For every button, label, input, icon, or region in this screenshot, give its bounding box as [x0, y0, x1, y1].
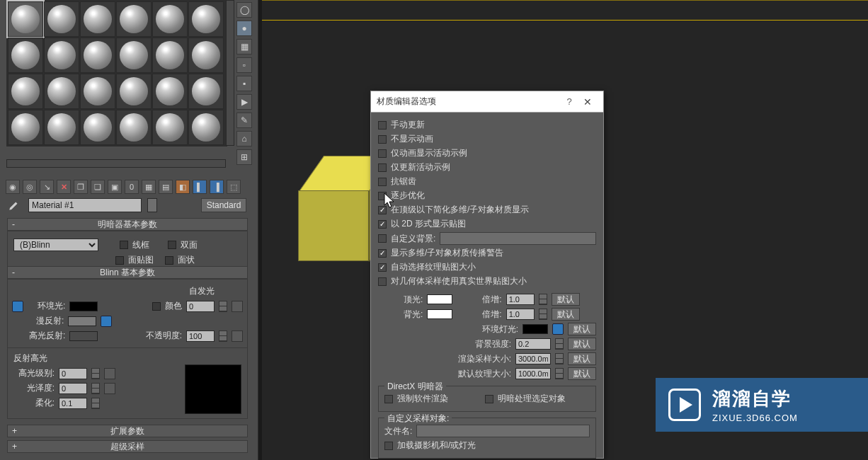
sample-slot[interactable] [44, 1, 79, 37]
rollout-header[interactable]: -Blinn 基本参数 [7, 266, 248, 279]
backlight-icon[interactable]: ● [236, 21, 252, 36]
twosided-checkbox[interactable] [168, 241, 176, 249]
sample-slot[interactable] [116, 110, 152, 145]
dialog-titlebar[interactable]: 材质编辑器选项 ? ✕ [371, 91, 603, 113]
soften-value[interactable] [59, 398, 87, 409]
spinner-icon[interactable] [91, 383, 100, 394]
rollout-header[interactable]: +扩展参数 [7, 425, 248, 437]
sample-slot[interactable] [8, 74, 43, 109]
select-by-mat-icon[interactable]: ⌂ [236, 131, 252, 146]
wireframe-checkbox[interactable] [120, 241, 128, 249]
sample-slot[interactable] [152, 110, 188, 145]
sample-slot[interactable] [152, 74, 188, 109]
default-btn[interactable]: 默认 [568, 323, 596, 335]
help-button[interactable]: ? [561, 96, 578, 107]
spinner-icon[interactable] [91, 398, 100, 409]
pick-icon[interactable]: ⬚ [227, 180, 241, 194]
default-btn[interactable]: 默认 [568, 338, 596, 350]
shader-dropdown[interactable]: (B)Blinn [13, 238, 98, 251]
spinner-icon[interactable] [539, 294, 547, 305]
video-check-icon[interactable]: ▪ [236, 76, 252, 91]
selfillum-color-checkbox[interactable] [152, 302, 161, 311]
go-sibling-icon[interactable]: ▐ [210, 180, 224, 194]
faceted-checkbox[interactable] [165, 256, 173, 265]
spinner-icon[interactable] [539, 309, 547, 320]
sample-slot[interactable] [188, 38, 224, 73]
specular-swatch[interactable] [69, 331, 98, 341]
sample-slot[interactable] [188, 74, 224, 109]
spec-map-btn[interactable] [104, 368, 115, 379]
chk-realworld[interactable] [378, 277, 387, 286]
custom-bg-path[interactable] [440, 232, 596, 245]
default-btn[interactable]: 默认 [552, 293, 580, 306]
put-to-scene-icon[interactable]: ◎ [23, 180, 37, 194]
put-to-lib-icon[interactable]: ▣ [108, 180, 122, 194]
opacity-map-btn[interactable] [232, 330, 243, 342]
sample-slot[interactable] [188, 110, 224, 145]
sample-slot[interactable] [116, 74, 152, 109]
material-name-input[interactable] [28, 198, 142, 212]
spec-level-value[interactable] [59, 368, 87, 379]
show-in-vp-icon[interactable]: ▦ [142, 180, 156, 194]
bgint-value[interactable] [515, 338, 551, 350]
mult-top-value[interactable] [506, 294, 535, 305]
sample-slot[interactable] [8, 1, 43, 37]
sample-hscroll[interactable] [6, 159, 226, 168]
eyedropper-icon[interactable] [6, 197, 23, 214]
sample-slot[interactable] [8, 110, 43, 145]
diffuse-lock-icon[interactable] [101, 316, 112, 327]
chk-custom-bg[interactable] [378, 234, 387, 243]
go-parent-icon[interactable]: ◧ [176, 180, 190, 194]
sample-slot[interactable] [116, 1, 152, 37]
get-material-icon[interactable]: ◉ [6, 180, 20, 194]
chk-update-active[interactable] [378, 163, 387, 172]
material-type-button[interactable]: Standard [201, 198, 246, 212]
gloss-value[interactable] [59, 383, 87, 394]
ambient-swatch[interactable] [69, 301, 98, 311]
envlight-lock-icon[interactable] [552, 323, 564, 335]
chk-display2d[interactable] [378, 220, 387, 229]
background-icon[interactable]: ▦ [236, 39, 252, 54]
sample-slot[interactable] [44, 74, 79, 109]
sample-slot[interactable] [80, 110, 115, 145]
sample-slot[interactable] [116, 38, 152, 73]
spinner-icon[interactable] [91, 368, 100, 379]
rollout-header[interactable]: -明暗器基本参数 [7, 218, 248, 231]
make-preview-icon[interactable]: ▶ [236, 94, 252, 110]
chk-manual-update[interactable] [378, 121, 387, 130]
options-icon[interactable]: ✎ [236, 113, 252, 128]
rendersample-value[interactable] [515, 353, 551, 364]
selfillum-map-btn[interactable] [232, 301, 243, 312]
filename-input[interactable] [416, 425, 590, 437]
spinner-icon[interactable] [555, 368, 564, 379]
opacity-value[interactable] [186, 330, 215, 342]
backlight-swatch[interactable] [427, 309, 452, 319]
sample-slot[interactable] [152, 38, 188, 73]
default-btn[interactable]: 默认 [552, 308, 580, 321]
rollout-header[interactable]: +超级采样 [7, 440, 248, 453]
spinner-icon[interactable] [555, 353, 564, 364]
sample-slot[interactable] [80, 1, 115, 37]
diffuse-swatch[interactable] [68, 316, 96, 326]
mat-map-nav-icon[interactable]: ⊞ [236, 149, 252, 165]
sample-slot[interactable] [152, 1, 188, 37]
sample-uv-icon[interactable]: ▫ [236, 57, 252, 73]
sample-type-icon[interactable]: ◯ [236, 2, 252, 18]
deftex-value[interactable] [515, 368, 551, 379]
ambient-lock-icon[interactable] [12, 301, 23, 312]
chk-shade-selected[interactable] [485, 395, 493, 403]
chk-force-soft[interactable] [384, 395, 393, 403]
chk-auto-texsize[interactable] [378, 263, 387, 272]
sample-slot[interactable] [80, 38, 115, 73]
assign-icon[interactable]: ↘ [40, 180, 54, 194]
sample-slot[interactable] [80, 74, 115, 109]
envlight-swatch[interactable] [522, 324, 548, 334]
close-button[interactable]: ✕ [578, 96, 598, 108]
show-end-icon[interactable]: ▤ [159, 180, 173, 194]
sample-vscroll[interactable] [226, 0, 234, 146]
facemap-checkbox[interactable] [115, 256, 124, 265]
chk-anim-active[interactable] [378, 149, 387, 158]
mult-back-value[interactable] [506, 309, 535, 320]
chk-antialias[interactable] [378, 178, 387, 186]
go-forward-icon[interactable]: ▌ [193, 180, 207, 194]
